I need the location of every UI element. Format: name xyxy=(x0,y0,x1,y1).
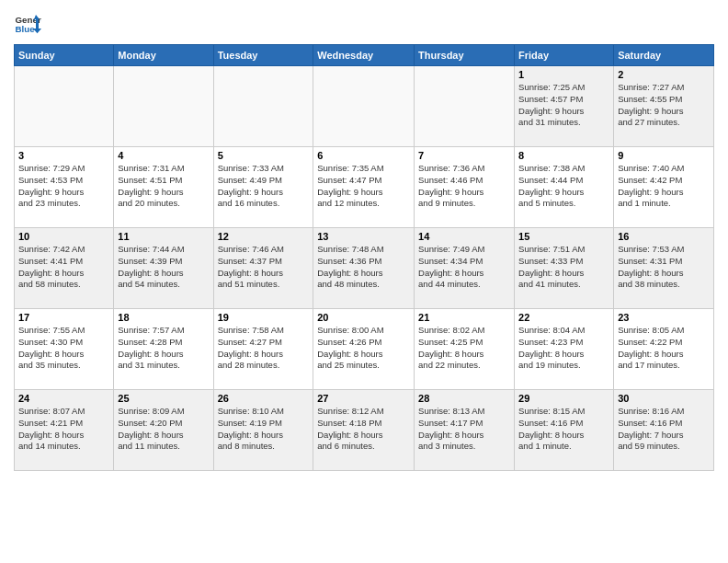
day-number: 18 xyxy=(118,312,209,323)
day-info: Sunrise: 8:15 AM Sunset: 4:16 PM Dayligh… xyxy=(518,406,609,453)
day-info: Sunrise: 7:29 AM Sunset: 4:53 PM Dayligh… xyxy=(18,163,109,210)
calendar-cell: 18Sunrise: 7:57 AM Sunset: 4:28 PM Dayli… xyxy=(114,309,213,390)
calendar-week-1: 1Sunrise: 7:25 AM Sunset: 4:57 PM Daylig… xyxy=(15,66,714,147)
calendar-cell: 9Sunrise: 7:40 AM Sunset: 4:42 PM Daylig… xyxy=(614,147,714,228)
logo-icon: General Blue xyxy=(14,9,41,37)
day-info: Sunrise: 8:12 AM Sunset: 4:18 PM Dayligh… xyxy=(317,406,410,453)
calendar-cell: 23Sunrise: 8:05 AM Sunset: 4:22 PM Dayli… xyxy=(614,309,714,390)
day-number: 12 xyxy=(218,231,310,242)
calendar-week-5: 24Sunrise: 8:07 AM Sunset: 4:21 PM Dayli… xyxy=(15,390,714,471)
day-number: 5 xyxy=(218,150,310,161)
day-info: Sunrise: 8:09 AM Sunset: 4:20 PM Dayligh… xyxy=(118,406,209,453)
day-info: Sunrise: 8:10 AM Sunset: 4:19 PM Dayligh… xyxy=(218,406,310,453)
calendar-cell: 29Sunrise: 8:15 AM Sunset: 4:16 PM Dayli… xyxy=(515,390,614,471)
day-info: Sunrise: 7:44 AM Sunset: 4:39 PM Dayligh… xyxy=(118,244,209,291)
day-number: 10 xyxy=(18,231,109,242)
day-number: 2 xyxy=(618,69,710,80)
day-info: Sunrise: 7:33 AM Sunset: 4:49 PM Dayligh… xyxy=(218,163,310,210)
calendar-cell: 13Sunrise: 7:48 AM Sunset: 4:36 PM Dayli… xyxy=(313,228,415,309)
day-info: Sunrise: 7:36 AM Sunset: 4:46 PM Dayligh… xyxy=(418,163,510,210)
calendar-cell: 12Sunrise: 7:46 AM Sunset: 4:37 PM Dayli… xyxy=(213,228,313,309)
day-number: 27 xyxy=(317,393,410,404)
calendar-cell: 19Sunrise: 7:58 AM Sunset: 4:27 PM Dayli… xyxy=(213,309,313,390)
day-info: Sunrise: 8:16 AM Sunset: 4:16 PM Dayligh… xyxy=(618,406,710,453)
day-number: 20 xyxy=(317,312,410,323)
day-info: Sunrise: 7:40 AM Sunset: 4:42 PM Dayligh… xyxy=(618,163,710,210)
day-number: 28 xyxy=(418,393,510,404)
day-info: Sunrise: 7:42 AM Sunset: 4:41 PM Dayligh… xyxy=(18,244,109,291)
calendar-cell: 26Sunrise: 8:10 AM Sunset: 4:19 PM Dayli… xyxy=(213,390,313,471)
day-info: Sunrise: 7:31 AM Sunset: 4:51 PM Dayligh… xyxy=(118,163,209,210)
day-number: 29 xyxy=(518,393,609,404)
calendar-cell: 11Sunrise: 7:44 AM Sunset: 4:39 PM Dayli… xyxy=(114,228,213,309)
day-number: 4 xyxy=(118,150,209,161)
weekday-header-sunday: Sunday xyxy=(15,45,114,66)
calendar-week-2: 3Sunrise: 7:29 AM Sunset: 4:53 PM Daylig… xyxy=(15,147,714,228)
calendar-week-3: 10Sunrise: 7:42 AM Sunset: 4:41 PM Dayli… xyxy=(15,228,714,309)
weekday-header-monday: Monday xyxy=(114,45,213,66)
day-number: 13 xyxy=(317,231,410,242)
calendar-week-4: 17Sunrise: 7:55 AM Sunset: 4:30 PM Dayli… xyxy=(15,309,714,390)
day-info: Sunrise: 7:57 AM Sunset: 4:28 PM Dayligh… xyxy=(118,325,209,372)
day-info: Sunrise: 7:49 AM Sunset: 4:34 PM Dayligh… xyxy=(418,244,510,291)
calendar-cell: 30Sunrise: 8:16 AM Sunset: 4:16 PM Dayli… xyxy=(614,390,714,471)
logo: General Blue xyxy=(14,9,41,37)
day-info: Sunrise: 7:38 AM Sunset: 4:44 PM Dayligh… xyxy=(518,163,609,210)
day-number: 24 xyxy=(18,393,109,404)
calendar-cell: 5Sunrise: 7:33 AM Sunset: 4:49 PM Daylig… xyxy=(213,147,313,228)
calendar-table: SundayMondayTuesdayWednesdayThursdayFrid… xyxy=(14,44,714,471)
calendar-cell: 24Sunrise: 8:07 AM Sunset: 4:21 PM Dayli… xyxy=(15,390,114,471)
day-info: Sunrise: 7:25 AM Sunset: 4:57 PM Dayligh… xyxy=(518,82,609,129)
day-number: 21 xyxy=(418,312,510,323)
day-info: Sunrise: 7:51 AM Sunset: 4:33 PM Dayligh… xyxy=(518,244,609,291)
day-number: 22 xyxy=(518,312,609,323)
day-info: Sunrise: 8:13 AM Sunset: 4:17 PM Dayligh… xyxy=(418,406,510,453)
calendar-cell xyxy=(114,66,213,147)
calendar-cell: 20Sunrise: 8:00 AM Sunset: 4:26 PM Dayli… xyxy=(313,309,415,390)
day-number: 15 xyxy=(518,231,609,242)
calendar-cell xyxy=(415,66,515,147)
day-info: Sunrise: 7:55 AM Sunset: 4:30 PM Dayligh… xyxy=(18,325,109,372)
day-number: 19 xyxy=(218,312,310,323)
page-header: General Blue xyxy=(14,9,714,37)
calendar-cell: 3Sunrise: 7:29 AM Sunset: 4:53 PM Daylig… xyxy=(15,147,114,228)
day-info: Sunrise: 8:05 AM Sunset: 4:22 PM Dayligh… xyxy=(618,325,710,372)
calendar-cell: 22Sunrise: 8:04 AM Sunset: 4:23 PM Dayli… xyxy=(515,309,614,390)
day-info: Sunrise: 7:48 AM Sunset: 4:36 PM Dayligh… xyxy=(317,244,410,291)
day-number: 17 xyxy=(18,312,109,323)
day-number: 16 xyxy=(618,231,710,242)
day-number: 23 xyxy=(618,312,710,323)
day-number: 25 xyxy=(118,393,209,404)
svg-text:Blue: Blue xyxy=(16,24,36,34)
day-info: Sunrise: 7:46 AM Sunset: 4:37 PM Dayligh… xyxy=(218,244,310,291)
calendar-cell: 16Sunrise: 7:53 AM Sunset: 4:31 PM Dayli… xyxy=(614,228,714,309)
day-info: Sunrise: 8:00 AM Sunset: 4:26 PM Dayligh… xyxy=(317,325,410,372)
calendar-cell: 27Sunrise: 8:12 AM Sunset: 4:18 PM Dayli… xyxy=(313,390,415,471)
day-number: 9 xyxy=(618,150,710,161)
calendar-cell: 14Sunrise: 7:49 AM Sunset: 4:34 PM Dayli… xyxy=(415,228,515,309)
calendar-cell xyxy=(213,66,313,147)
day-number: 8 xyxy=(518,150,609,161)
weekday-header-friday: Friday xyxy=(515,45,614,66)
calendar-cell: 6Sunrise: 7:35 AM Sunset: 4:47 PM Daylig… xyxy=(313,147,415,228)
day-number: 14 xyxy=(418,231,510,242)
weekday-header-thursday: Thursday xyxy=(415,45,515,66)
calendar-header-row: SundayMondayTuesdayWednesdayThursdayFrid… xyxy=(15,45,714,66)
calendar-cell: 2Sunrise: 7:27 AM Sunset: 4:55 PM Daylig… xyxy=(614,66,714,147)
calendar-cell: 4Sunrise: 7:31 AM Sunset: 4:51 PM Daylig… xyxy=(114,147,213,228)
day-info: Sunrise: 7:53 AM Sunset: 4:31 PM Dayligh… xyxy=(618,244,710,291)
calendar-cell: 1Sunrise: 7:25 AM Sunset: 4:57 PM Daylig… xyxy=(515,66,614,147)
day-info: Sunrise: 8:07 AM Sunset: 4:21 PM Dayligh… xyxy=(18,406,109,453)
calendar-cell: 17Sunrise: 7:55 AM Sunset: 4:30 PM Dayli… xyxy=(15,309,114,390)
day-number: 11 xyxy=(118,231,209,242)
calendar-cell: 8Sunrise: 7:38 AM Sunset: 4:44 PM Daylig… xyxy=(515,147,614,228)
day-info: Sunrise: 7:35 AM Sunset: 4:47 PM Dayligh… xyxy=(317,163,410,210)
day-number: 3 xyxy=(18,150,109,161)
day-number: 6 xyxy=(317,150,410,161)
day-info: Sunrise: 7:58 AM Sunset: 4:27 PM Dayligh… xyxy=(218,325,310,372)
calendar-cell: 7Sunrise: 7:36 AM Sunset: 4:46 PM Daylig… xyxy=(415,147,515,228)
calendar-cell: 21Sunrise: 8:02 AM Sunset: 4:25 PM Dayli… xyxy=(415,309,515,390)
day-info: Sunrise: 8:02 AM Sunset: 4:25 PM Dayligh… xyxy=(418,325,510,372)
day-number: 30 xyxy=(618,393,710,404)
calendar-cell: 10Sunrise: 7:42 AM Sunset: 4:41 PM Dayli… xyxy=(15,228,114,309)
